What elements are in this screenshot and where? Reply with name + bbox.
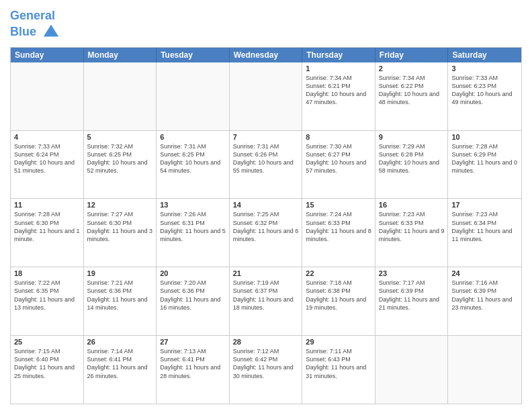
day-number: 18 [14, 269, 80, 277]
logo-blue: Blue [10, 25, 36, 38]
weekday-header-saturday: Saturday [448, 48, 521, 62]
calendar-cell: 22Sunrise: 7:18 AM Sunset: 6:38 PM Dayli… [302, 267, 375, 335]
calendar-cell [157, 62, 230, 130]
day-number: 11 [14, 201, 80, 209]
calendar-cell: 28Sunrise: 7:12 AM Sunset: 6:42 PM Dayli… [230, 336, 303, 404]
weekday-header-monday: Monday [84, 48, 157, 62]
day-number: 28 [233, 338, 299, 346]
calendar-cell: 5Sunrise: 7:32 AM Sunset: 6:25 PM Daylig… [84, 131, 157, 199]
day-number: 27 [160, 338, 226, 346]
calendar-body: 1Sunrise: 7:34 AM Sunset: 6:21 PM Daylig… [11, 62, 521, 404]
day-number: 20 [160, 269, 226, 277]
calendar-cell: 1Sunrise: 7:34 AM Sunset: 6:21 PM Daylig… [302, 62, 375, 130]
day-info: Sunrise: 7:33 AM Sunset: 6:23 PM Dayligh… [451, 74, 518, 107]
day-info: Sunrise: 7:34 AM Sunset: 6:21 PM Dayligh… [306, 74, 371, 107]
day-info: Sunrise: 7:25 AM Sunset: 6:32 PM Dayligh… [233, 210, 299, 243]
calendar-cell: 12Sunrise: 7:27 AM Sunset: 6:30 PM Dayli… [84, 199, 157, 267]
calendar-grid: SundayMondayTuesdayWednesdayThursdayFrid… [10, 47, 522, 404]
svg-marker-0 [44, 25, 58, 37]
day-info: Sunrise: 7:19 AM Sunset: 6:37 PM Dayligh… [233, 279, 299, 312]
calendar-cell: 26Sunrise: 7:14 AM Sunset: 6:41 PM Dayli… [84, 336, 157, 404]
day-info: Sunrise: 7:30 AM Sunset: 6:27 PM Dayligh… [306, 142, 371, 175]
calendar-cell: 29Sunrise: 7:11 AM Sunset: 6:43 PM Dayli… [302, 336, 375, 404]
calendar-cell: 7Sunrise: 7:31 AM Sunset: 6:26 PM Daylig… [230, 131, 303, 199]
day-info: Sunrise: 7:11 AM Sunset: 6:43 PM Dayligh… [306, 347, 371, 380]
day-info: Sunrise: 7:24 AM Sunset: 6:33 PM Dayligh… [306, 210, 371, 243]
calendar-cell: 27Sunrise: 7:13 AM Sunset: 6:41 PM Dayli… [157, 336, 230, 404]
logo-general: General [10, 9, 55, 22]
calendar-cell: 6Sunrise: 7:31 AM Sunset: 6:25 PM Daylig… [157, 131, 230, 199]
calendar-cell: 18Sunrise: 7:22 AM Sunset: 6:35 PM Dayli… [11, 267, 84, 335]
calendar-cell: 23Sunrise: 7:17 AM Sunset: 6:39 PM Dayli… [375, 267, 449, 335]
calendar-cell [448, 336, 521, 404]
calendar-row-2: 11Sunrise: 7:28 AM Sunset: 6:30 PM Dayli… [11, 198, 521, 267]
day-info: Sunrise: 7:12 AM Sunset: 6:42 PM Dayligh… [233, 347, 299, 380]
day-info: Sunrise: 7:21 AM Sunset: 6:36 PM Dayligh… [87, 279, 153, 312]
day-number: 17 [451, 201, 518, 209]
weekday-header-friday: Friday [375, 48, 449, 62]
calendar-cell: 10Sunrise: 7:28 AM Sunset: 6:29 PM Dayli… [448, 131, 521, 199]
calendar-cell: 17Sunrise: 7:23 AM Sunset: 6:34 PM Dayli… [448, 199, 521, 267]
calendar-cell [11, 62, 84, 130]
weekday-header-thursday: Thursday [302, 48, 375, 62]
logo-icon [42, 23, 60, 42]
weekday-header-wednesday: Wednesday [230, 48, 303, 62]
day-info: Sunrise: 7:23 AM Sunset: 6:34 PM Dayligh… [451, 210, 518, 243]
calendar-cell: 14Sunrise: 7:25 AM Sunset: 6:32 PM Dayli… [230, 199, 303, 267]
day-info: Sunrise: 7:16 AM Sunset: 6:39 PM Dayligh… [451, 279, 518, 312]
day-number: 3 [451, 64, 518, 73]
calendar-cell: 2Sunrise: 7:34 AM Sunset: 6:22 PM Daylig… [375, 62, 449, 130]
calendar-cell: 15Sunrise: 7:24 AM Sunset: 6:33 PM Dayli… [302, 199, 375, 267]
calendar-cell: 20Sunrise: 7:20 AM Sunset: 6:36 PM Dayli… [157, 267, 230, 335]
calendar-cell: 13Sunrise: 7:26 AM Sunset: 6:31 PM Dayli… [157, 199, 230, 267]
weekday-header-tuesday: Tuesday [157, 48, 230, 62]
day-info: Sunrise: 7:33 AM Sunset: 6:24 PM Dayligh… [14, 142, 80, 175]
day-info: Sunrise: 7:28 AM Sunset: 6:29 PM Dayligh… [451, 142, 518, 175]
day-info: Sunrise: 7:23 AM Sunset: 6:33 PM Dayligh… [379, 210, 445, 243]
calendar-cell: 9Sunrise: 7:29 AM Sunset: 6:28 PM Daylig… [375, 131, 449, 199]
day-number: 8 [306, 133, 371, 141]
day-info: Sunrise: 7:28 AM Sunset: 6:30 PM Dayligh… [14, 210, 80, 243]
day-info: Sunrise: 7:32 AM Sunset: 6:25 PM Dayligh… [87, 142, 153, 175]
day-info: Sunrise: 7:13 AM Sunset: 6:41 PM Dayligh… [160, 347, 226, 380]
day-info: Sunrise: 7:15 AM Sunset: 6:40 PM Dayligh… [14, 347, 80, 380]
calendar-cell: 16Sunrise: 7:23 AM Sunset: 6:33 PM Dayli… [375, 199, 449, 267]
day-info: Sunrise: 7:26 AM Sunset: 6:31 PM Dayligh… [160, 210, 226, 243]
logo: General Blue [10, 9, 60, 42]
calendar-cell [230, 62, 303, 130]
day-info: Sunrise: 7:31 AM Sunset: 6:25 PM Dayligh… [160, 142, 226, 175]
day-number: 12 [87, 201, 153, 209]
calendar-cell: 8Sunrise: 7:30 AM Sunset: 6:27 PM Daylig… [302, 131, 375, 199]
calendar-cell: 4Sunrise: 7:33 AM Sunset: 6:24 PM Daylig… [11, 131, 84, 199]
day-number: 19 [87, 269, 153, 277]
day-info: Sunrise: 7:34 AM Sunset: 6:22 PM Dayligh… [379, 74, 445, 107]
calendar-cell: 3Sunrise: 7:33 AM Sunset: 6:23 PM Daylig… [448, 62, 521, 130]
day-number: 16 [379, 201, 445, 209]
calendar-row-1: 4Sunrise: 7:33 AM Sunset: 6:24 PM Daylig… [11, 130, 521, 199]
day-number: 24 [451, 269, 518, 277]
day-number: 22 [306, 269, 371, 277]
day-number: 25 [14, 338, 80, 346]
day-info: Sunrise: 7:31 AM Sunset: 6:26 PM Dayligh… [233, 142, 299, 175]
calendar-cell: 19Sunrise: 7:21 AM Sunset: 6:36 PM Dayli… [84, 267, 157, 335]
calendar-row-0: 1Sunrise: 7:34 AM Sunset: 6:21 PM Daylig… [11, 62, 521, 130]
day-info: Sunrise: 7:29 AM Sunset: 6:28 PM Dayligh… [379, 142, 445, 175]
day-number: 5 [87, 133, 153, 141]
calendar-header-row: SundayMondayTuesdayWednesdayThursdayFrid… [11, 48, 521, 62]
weekday-header-sunday: Sunday [11, 48, 84, 62]
calendar-page: General Blue SundayMondayTuesdayWednesda… [0, 0, 532, 411]
day-info: Sunrise: 7:27 AM Sunset: 6:30 PM Dayligh… [87, 210, 153, 243]
calendar-cell: 11Sunrise: 7:28 AM Sunset: 6:30 PM Dayli… [11, 199, 84, 267]
day-number: 13 [160, 201, 226, 209]
day-number: 4 [14, 133, 80, 141]
calendar-cell [375, 336, 449, 404]
day-number: 9 [379, 133, 445, 141]
day-info: Sunrise: 7:20 AM Sunset: 6:36 PM Dayligh… [160, 279, 226, 312]
calendar-row-3: 18Sunrise: 7:22 AM Sunset: 6:35 PM Dayli… [11, 267, 521, 335]
calendar-cell: 25Sunrise: 7:15 AM Sunset: 6:40 PM Dayli… [11, 336, 84, 404]
calendar-cell [84, 62, 157, 130]
day-info: Sunrise: 7:18 AM Sunset: 6:38 PM Dayligh… [306, 279, 371, 312]
day-number: 6 [160, 133, 226, 141]
day-info: Sunrise: 7:17 AM Sunset: 6:39 PM Dayligh… [379, 279, 445, 312]
day-number: 2 [379, 64, 445, 73]
